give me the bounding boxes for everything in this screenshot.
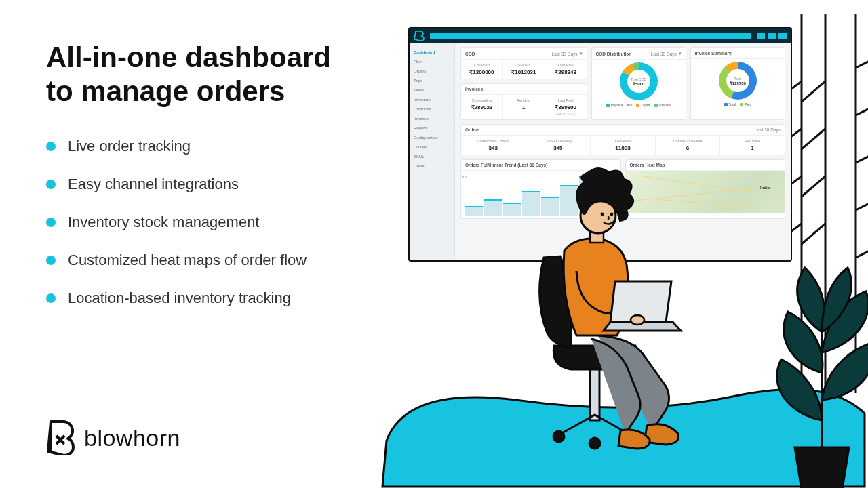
bullet-item: Inventory stock management <box>46 214 399 231</box>
plant-icon <box>720 230 868 488</box>
bullet-item: Live order tracking <box>46 138 399 155</box>
stat-sub: Feb 02 2022 <box>545 112 587 116</box>
bullet-dot-icon <box>46 180 56 189</box>
donut-center-value: ₹129736 <box>730 81 746 85</box>
stat-label: Collected <box>461 63 502 67</box>
stat-label: Out For Delivery <box>526 139 591 143</box>
legend-swatch-icon <box>636 104 639 107</box>
y-axis-label: Kn <box>462 175 467 179</box>
legend: Total Paid <box>724 102 752 106</box>
window-min-icon[interactable] <box>757 33 765 39</box>
stat-value: 343 <box>461 145 526 151</box>
window-buttons <box>757 33 787 39</box>
donut-center-value: ₹5000 <box>633 81 644 86</box>
stat-value: 6 <box>656 145 720 151</box>
sidebar-item-utilities[interactable]: Utilities› <box>410 142 454 152</box>
sidebar-item-users[interactable]: Users› <box>410 161 454 171</box>
panel-invoice-summary: Invoice Summary Total₹129736 Total Paid <box>690 47 785 120</box>
chevron-right-icon: › <box>449 88 450 92</box>
stat-label: Pending <box>503 98 545 102</box>
legend-label: Physical Cash <box>611 103 633 107</box>
sidebar-item-reports[interactable]: Reports› <box>410 123 454 133</box>
headline-line2: to manage orders <box>46 75 285 107</box>
bullet-text: Inventory stock management <box>68 214 259 231</box>
svg-point-1 <box>553 431 564 442</box>
brand-name: blowhorn <box>84 425 180 451</box>
window-close-icon[interactable] <box>778 33 787 39</box>
bullet-item: Customized heat maps of order flow <box>46 251 399 269</box>
sidebar-item-locations[interactable]: Locations› <box>410 104 454 114</box>
svg-point-7 <box>601 213 604 216</box>
brand-block: blowhorn <box>46 420 180 455</box>
sidebar-item-inventory[interactable]: Inventory› <box>410 95 454 104</box>
stat-label: Last Paid <box>545 98 587 102</box>
legend-label: Total <box>729 102 736 106</box>
sidebar-item-fleet[interactable]: Fleet› <box>410 57 454 66</box>
stat-value: ₹389800 <box>545 104 587 110</box>
legend-label: Digital <box>641 103 650 107</box>
stat-value: ₹289023 <box>461 104 502 110</box>
chevron-right-icon: › <box>449 155 450 159</box>
bullet-item: Easy channel integrations <box>46 176 399 193</box>
stat-label: Outstanding <box>461 98 502 102</box>
sidebar-item-skus[interactable]: SKUs› <box>410 152 454 161</box>
panel-cod-dist-range[interactable]: Last 30 Days▾ <box>651 51 682 56</box>
sidebar-item-dashboard[interactable]: Dashboard <box>410 47 454 57</box>
stat-value: 1 <box>503 104 545 110</box>
chevron-right-icon: › <box>449 60 450 64</box>
legend-swatch-icon <box>740 103 743 106</box>
stat-value: 345 <box>526 145 591 151</box>
sidebar-item-trips[interactable]: Trips› <box>410 76 454 85</box>
sidebar-item-invoices[interactable]: Invoices› <box>410 114 454 123</box>
stat-label: Unallocated Orders <box>461 139 526 143</box>
window-max-icon[interactable] <box>768 33 776 39</box>
dashboard-titlebar <box>410 28 791 43</box>
legend-swatch-icon <box>654 104 658 107</box>
panel-invoices: Invoices Outstanding₹289023 Pending1 Las… <box>460 83 587 120</box>
bullet-dot-icon <box>46 293 56 303</box>
chevron-right-icon: › <box>449 164 450 168</box>
stat-label: Last Paid <box>545 63 587 67</box>
panel-invoice-summary-title: Invoice Summary <box>695 51 732 56</box>
headline: All-in-one dashboard to manage orders <box>46 41 399 108</box>
stat-label: Delivered <box>591 139 655 143</box>
legend: Physical Cash Digital Prepaid <box>606 103 671 107</box>
panel-cod-dist-title: COD Distribution <box>596 52 632 56</box>
bullet-dot-icon <box>46 256 56 265</box>
map-country-label: India <box>760 186 770 190</box>
chevron-right-icon: › <box>449 136 450 140</box>
dashboard-logo-icon <box>414 30 425 41</box>
bullet-list: Live order tracking Easy channel integra… <box>46 138 399 307</box>
stat-label: Returned <box>720 139 785 143</box>
svg-point-4 <box>631 315 644 325</box>
stat-value: ₹1012031 <box>503 69 545 75</box>
chevron-right-icon: › <box>449 107 450 111</box>
dashboard-sidebar: Dashboard Fleet› Orders› Trips› Tasks› I… <box>410 43 455 260</box>
chevron-down-icon: ▾ <box>580 51 583 56</box>
svg-point-3 <box>589 438 600 449</box>
chevron-right-icon: › <box>449 79 450 83</box>
panel-cod-distribution: COD DistributionLast 30 Days▾ Total COD₹… <box>591 47 686 120</box>
legend-swatch-icon <box>724 103 728 106</box>
stat-label: Unable To Deliver <box>656 139 720 143</box>
svg-rect-0 <box>590 366 599 420</box>
sidebar-item-orders[interactable]: Orders› <box>410 66 454 76</box>
dashboard-url-bar[interactable] <box>430 33 751 39</box>
panel-orders-title: Orders <box>465 127 479 132</box>
headline-line1: All-in-one dashboard <box>46 41 331 73</box>
brand-logo-icon <box>46 420 75 455</box>
sidebar-item-tasks[interactable]: Tasks› <box>410 85 454 95</box>
sidebar-item-configuration[interactable]: Configuration› <box>410 133 454 142</box>
stat-value: ₹1200000 <box>461 69 502 75</box>
bullet-item: Location-based inventory tracking <box>46 289 399 307</box>
panel-invoices-title: Invoices <box>465 87 483 92</box>
panel-orders-range[interactable]: Last 30 Days <box>755 127 781 132</box>
svg-point-8 <box>610 213 614 216</box>
panel-cod-range[interactable]: Last 30 Days▾ <box>552 51 583 56</box>
panel-cod: CODLast 30 Days▾ Collected₹1200000 Settl… <box>460 47 587 79</box>
panel-orders: OrdersLast 30 Days Unallocated Orders343… <box>460 124 785 155</box>
bullet-dot-icon <box>46 142 56 151</box>
bullet-text: Customized heat maps of order flow <box>68 251 307 269</box>
stat-value: 11893 <box>591 145 655 151</box>
person-illustration <box>496 163 700 488</box>
